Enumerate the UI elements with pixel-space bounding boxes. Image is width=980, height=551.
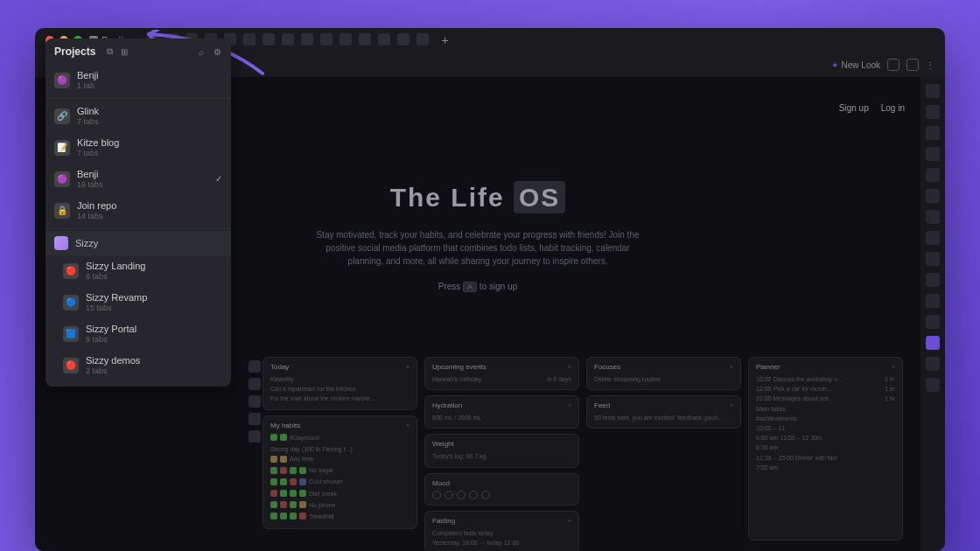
subproject-item[interactable]: 🟦 Sizzy Portal9 tabs	[46, 318, 231, 350]
planner-row: 12:00 Pick a car for movin...1 hr	[756, 384, 895, 394]
hero-description: Stay motivated, track your habits, and c…	[312, 228, 644, 268]
strip-icon[interactable]	[248, 413, 261, 425]
planner-row: 10:00 Discuss the workshop o...1 hr	[756, 374, 895, 384]
weight-card: Weight Today's log: 86.7 kg	[424, 434, 579, 467]
rail-icon[interactable]	[926, 210, 940, 224]
toolbar-icon[interactable]	[416, 33, 429, 45]
add-icon[interactable]: +	[406, 364, 410, 370]
toolbar-icon[interactable]	[301, 33, 313, 45]
panel-title: Projects	[54, 45, 95, 58]
panel-icon[interactable]	[887, 59, 900, 71]
planner-row: 6:00 am 11:00 – 12 30m	[756, 433, 895, 443]
planner-row: 6:30 am	[756, 443, 895, 452]
today-card: Today+ Kleantity Call a repairman for th…	[262, 357, 417, 410]
group-icon	[54, 236, 68, 250]
project-icon: 📝	[54, 140, 70, 156]
project-icon: 🔴	[63, 358, 79, 373]
planner-card: Planner+ 10:00 Discuss the workshop o...…	[748, 357, 903, 541]
mini-sidebar	[248, 360, 262, 443]
upcoming-card: Upcoming events+ Hannah's birthday in 6 …	[424, 357, 579, 390]
project-item[interactable]: 🔒 Join repo14 tabs	[46, 195, 231, 227]
project-item[interactable]: 📝 Kitze blog7 tabs	[46, 132, 231, 164]
group-name: Sizzy	[75, 238, 98, 248]
fasting-card: Fasting+ Completed fasts today Yesterday…	[424, 511, 579, 551]
rail-icon[interactable]	[926, 252, 940, 266]
rail-icon[interactable]	[926, 378, 940, 392]
rail-icon[interactable]	[926, 357, 940, 371]
projects-panel: Projects ⧉ ⊞ ⌕ ⚙ 🟣 Benji1 tab 🔗 Glink7 t…	[46, 38, 231, 387]
project-item[interactable]: 🔗 Glink7 tabs	[46, 101, 231, 132]
project-icon: 🟣	[54, 73, 70, 88]
add-icon[interactable]: +	[568, 518, 571, 524]
toolbar-icon[interactable]	[262, 33, 275, 45]
add-icon[interactable]: +	[568, 364, 571, 370]
rail-icon[interactable]	[926, 126, 940, 140]
new-look-button[interactable]: ✦ New Look	[831, 60, 880, 70]
sparkle-icon: ✦	[831, 60, 838, 70]
key-hint: A	[463, 282, 477, 292]
rail-icon[interactable]	[926, 315, 940, 329]
app-window: Benji ▾ + ✦ New Look ⋮	[35, 28, 945, 551]
toolbar-icon[interactable]	[243, 33, 256, 45]
new-folder-icon[interactable]: ⊞	[119, 46, 130, 57]
project-icon: 🔴	[63, 263, 79, 279]
toolbar-icon[interactable]	[340, 33, 352, 45]
add-icon[interactable]: +	[730, 402, 733, 408]
project-icon: 🔵	[63, 295, 79, 310]
add-icon[interactable]: +	[892, 364, 895, 370]
toolbar-icon[interactable]	[359, 33, 371, 45]
panel-header: Projects ⧉ ⊞ ⌕ ⚙	[46, 38, 231, 65]
add-icon[interactable]: +	[568, 402, 571, 408]
os-pill: OS	[514, 181, 565, 213]
signup-link[interactable]: Sign up	[839, 103, 869, 113]
rail-icon[interactable]	[926, 168, 940, 182]
project-item[interactable]: 🟣 Benji1 tab	[46, 65, 231, 96]
mood-card: Mood	[424, 473, 579, 506]
copy-icon[interactable]: ⧉	[104, 46, 115, 57]
project-icon: 🟣	[54, 171, 70, 187]
toolbar-icon[interactable]	[282, 33, 294, 45]
project-icon: 🔗	[54, 108, 70, 124]
add-icon[interactable]: +	[730, 364, 733, 370]
rail-icon[interactable]	[926, 84, 940, 98]
search-icon[interactable]: ⌕	[196, 46, 206, 57]
project-item[interactable]: 🟣 Benji16 tabs ✓	[46, 164, 231, 195]
add-icon[interactable]: +	[406, 422, 410, 429]
planner-row: 7:00 am	[756, 463, 895, 472]
menu-icon[interactable]: ⋮	[926, 60, 934, 70]
subproject-item[interactable]: 🔴 Sizzy demos2 tabs	[46, 350, 231, 381]
toolbar-icon[interactable]	[397, 33, 410, 45]
strip-icon[interactable]	[248, 395, 261, 408]
rail-icon[interactable]	[926, 189, 940, 203]
project-icon: 🟦	[63, 326, 79, 342]
toolbar-icon[interactable]	[378, 33, 390, 45]
planner-row: #achievements	[756, 414, 895, 423]
check-icon: ✓	[215, 174, 222, 184]
strip-icon[interactable]	[248, 360, 261, 373]
focuses-card: Focuses+ Delete streaming routine	[586, 357, 741, 390]
project-icon: 🔒	[54, 203, 70, 219]
rail-icon[interactable]	[926, 231, 940, 245]
planner-row: 11:30 – 15:00 Dinner with fam	[756, 453, 895, 463]
project-group[interactable]: Sizzy	[46, 231, 231, 255]
login-link[interactable]: Log in	[881, 103, 905, 113]
planner-row: 22:00 Messages about sch...1 hr	[756, 394, 895, 403]
strip-icon[interactable]	[248, 378, 261, 390]
rail-icon[interactable]	[926, 105, 940, 119]
extension-icon[interactable]	[906, 59, 919, 71]
hydration-card: Hydration+ 800 mL / 2000 mL	[424, 395, 579, 429]
rail-icon[interactable]	[926, 294, 940, 308]
strip-icon[interactable]	[248, 430, 261, 443]
subproject-item[interactable]: 🔵 Sizzy Revamp15 tabs	[46, 287, 231, 318]
subproject-item[interactable]: 🔴 Sizzy Landing6 tabs	[46, 255, 231, 287]
planner-row: Main tasks	[756, 404, 895, 414]
rail-icon[interactable]	[926, 273, 940, 287]
rail-icon[interactable]	[926, 147, 940, 161]
planner-row: 10:00 – 11	[756, 423, 895, 433]
gear-icon[interactable]: ⚙	[212, 46, 222, 57]
add-tab-icon[interactable]: +	[441, 33, 448, 47]
toolbar-icon[interactable]	[320, 33, 332, 45]
feed-card: Feed+ 50 texts sent, you are excited. fe…	[586, 395, 741, 429]
dashboard-cards: Today+ Kleantity Call a repairman for th…	[262, 357, 903, 551]
rail-icon-active[interactable]	[926, 336, 940, 350]
